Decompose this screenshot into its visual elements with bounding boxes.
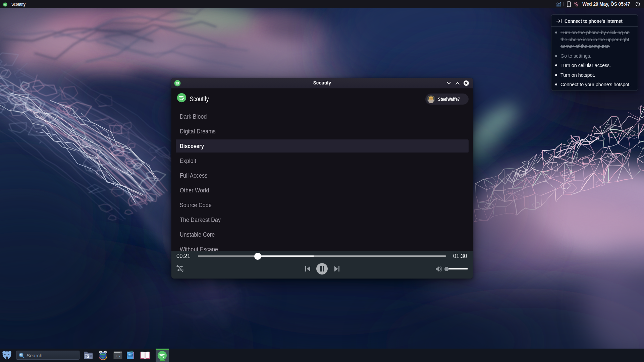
svg-text:C:\: C:\ [116,355,121,358]
